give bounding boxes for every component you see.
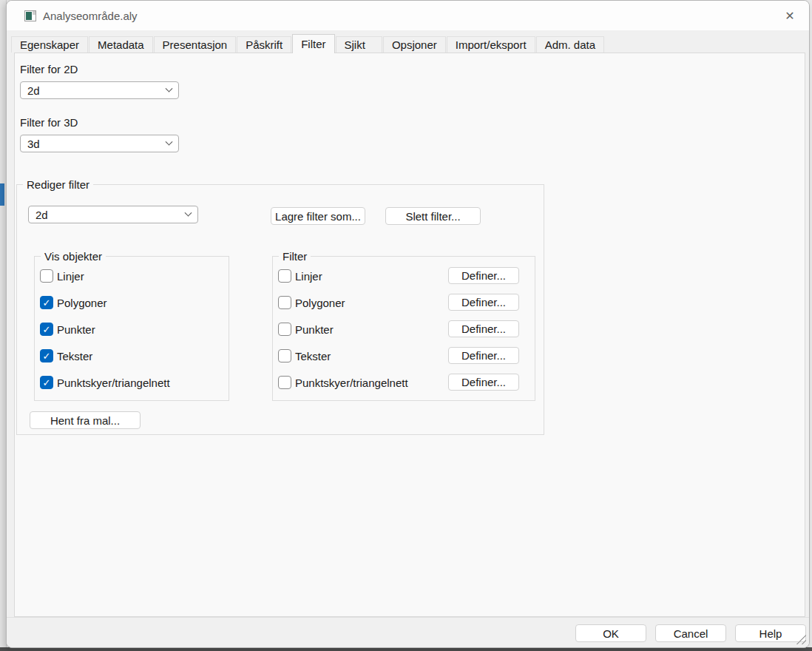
help-button[interactable]: Help xyxy=(735,624,806,642)
tab-import-eksport[interactable]: Import/eksport xyxy=(447,36,535,53)
tab-paskrift[interactable]: Påskrift xyxy=(237,36,291,53)
filter-tekster-checkbox[interactable]: ✓ xyxy=(278,349,291,362)
vis-polygoner-row: ✓ Polygoner xyxy=(40,296,107,309)
chevron-down-icon xyxy=(185,209,192,216)
filter-2d-value: 2d xyxy=(27,84,40,97)
close-icon[interactable]: ✕ xyxy=(778,4,802,27)
rediger-filter-value: 2d xyxy=(35,209,48,221)
tab-presentasjon[interactable]: Presentasjon xyxy=(154,36,237,53)
vis-linjer-checkbox[interactable]: ✓ xyxy=(40,269,53,283)
filter-2d-dropdown[interactable]: 2d xyxy=(20,81,179,99)
vis-punktskyer-label: Punktskyer/triangelnett xyxy=(57,377,170,389)
rediger-filter-group-title: Rediger filter xyxy=(23,178,93,191)
vis-tekster-label: Tekster xyxy=(57,350,92,362)
vis-linjer-label: Linjer xyxy=(57,270,84,283)
tab-adm-data[interactable]: Adm. data xyxy=(536,36,604,53)
filter-3d-label: Filter for 3D xyxy=(20,116,78,129)
definer-polygoner-button[interactable]: Definer... xyxy=(448,294,519,311)
filter-polygoner-label: Polygoner xyxy=(295,297,345,309)
chevron-down-icon xyxy=(166,138,173,145)
checkmark-icon: ✓ xyxy=(43,325,51,334)
vis-tekster-row: ✓ Tekster xyxy=(40,349,92,362)
definer-tekster-button[interactable]: Definer... xyxy=(448,347,519,364)
checkmark-icon: ✓ xyxy=(43,378,51,388)
filter-3d-dropdown[interactable]: 3d xyxy=(20,135,179,152)
dialog-footer: OK Cancel Help xyxy=(7,617,809,647)
filter-tekster-row: ✓ Tekster xyxy=(278,349,331,362)
filter-3d-value: 3d xyxy=(27,138,40,150)
vis-punkter-row: ✓ Punkter xyxy=(40,323,95,336)
filter-punkter-label: Punkter xyxy=(295,323,334,336)
vis-punktskyer-row: ✓ Punktskyer/triangelnett xyxy=(40,376,170,389)
tab-filter[interactable]: Filter xyxy=(292,34,334,53)
filter-tab-page: Filter for 2D 2d Filter for 3D 3d Redige… xyxy=(14,53,805,617)
vis-polygoner-label: Polygoner xyxy=(57,297,107,309)
definer-punkter-button[interactable]: Definer... xyxy=(448,320,519,337)
filter-linjer-row: ✓ Linjer xyxy=(278,269,322,283)
get-from-template-button[interactable]: Hent fra mal... xyxy=(30,411,141,429)
delete-filter-button[interactable]: Slett filter... xyxy=(385,207,481,225)
vis-tekster-checkbox[interactable]: ✓ xyxy=(40,349,53,362)
filter-group: Filter ✓ Linjer Definer... ✓ Polygoner D… xyxy=(272,256,535,401)
tab-metadata[interactable]: Metadata xyxy=(89,36,153,53)
checkmark-icon: ✓ xyxy=(43,351,51,361)
filter-linjer-checkbox[interactable]: ✓ xyxy=(278,269,291,283)
filter-tekster-label: Tekster xyxy=(295,350,331,362)
ok-button[interactable]: OK xyxy=(575,624,646,642)
filter-polygoner-row: ✓ Polygoner xyxy=(278,296,345,309)
dialog-window: Analyseområde.aly ✕ Egenskaper Metadata … xyxy=(6,0,810,648)
vis-punkter-checkbox[interactable]: ✓ xyxy=(40,323,53,336)
save-filter-button[interactable]: Lagre filter som... xyxy=(271,207,365,225)
tab-strip: Egenskaper Metadata Presentasjon Påskrif… xyxy=(11,34,605,53)
tab-egenskaper[interactable]: Egenskaper xyxy=(11,36,88,53)
filter-punktskyer-row: ✓ Punktskyer/triangelnett xyxy=(278,376,408,389)
tab-sjikt[interactable]: Sjikt xyxy=(336,36,382,53)
definer-linjer-button[interactable]: Definer... xyxy=(448,267,519,284)
filter-punktskyer-checkbox[interactable]: ✓ xyxy=(278,376,291,389)
filter-polygoner-checkbox[interactable]: ✓ xyxy=(278,296,291,309)
vis-objekter-group-title: Vis objekter xyxy=(41,250,106,263)
filter-linjer-label: Linjer xyxy=(295,270,322,283)
vis-punkter-label: Punkter xyxy=(57,323,95,336)
rediger-filter-dropdown[interactable]: 2d xyxy=(28,206,198,223)
checkmark-icon: ✓ xyxy=(43,298,51,308)
vis-objekter-group: Vis objekter ✓ Linjer ✓ Polygoner ✓ Punk… xyxy=(34,256,229,401)
window-title: Analyseområde.aly xyxy=(43,10,138,22)
definer-punktskyer-button[interactable]: Definer... xyxy=(448,374,519,391)
filter-punkter-row: ✓ Punkter xyxy=(278,323,334,336)
filter-2d-label: Filter for 2D xyxy=(20,63,78,75)
chevron-down-icon xyxy=(166,84,173,92)
vis-polygoner-checkbox[interactable]: ✓ xyxy=(40,296,53,309)
cancel-button[interactable]: Cancel xyxy=(655,624,726,642)
vis-punktskyer-checkbox[interactable]: ✓ xyxy=(40,376,53,389)
background-app-accent-bar xyxy=(0,183,4,206)
title-bar[interactable]: Analyseområde.aly ✕ xyxy=(7,1,809,30)
app-icon xyxy=(24,10,36,21)
filter-punktskyer-label: Punktskyer/triangelnett xyxy=(295,377,408,389)
filter-group-title: Filter xyxy=(279,250,311,263)
filter-punkter-checkbox[interactable]: ✓ xyxy=(278,323,291,336)
vis-linjer-row: ✓ Linjer xyxy=(40,269,84,283)
tab-opsjoner[interactable]: Opsjoner xyxy=(383,36,446,53)
rediger-filter-group: Rediger filter 2d Lagre filter som... Sl… xyxy=(16,184,544,435)
